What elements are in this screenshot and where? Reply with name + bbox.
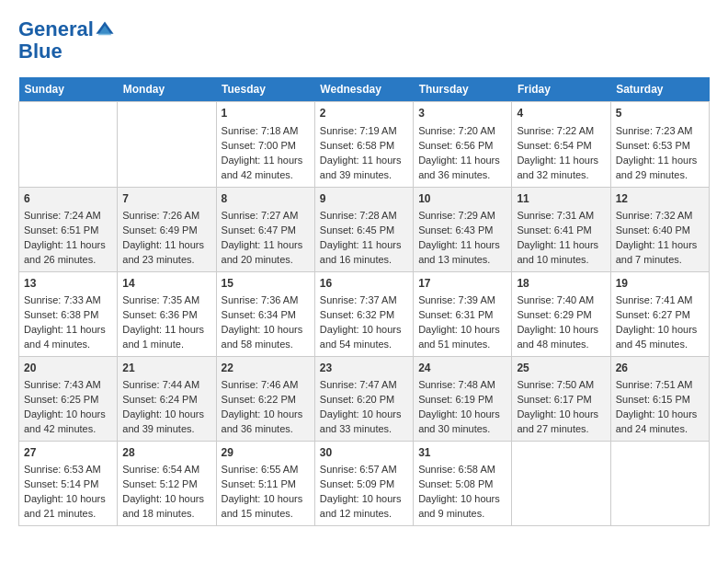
- cell-content: Daylight: 10 hours and 39 minutes.: [122, 408, 210, 437]
- cell-content: Sunset: 6:29 PM: [517, 308, 605, 323]
- cell-content: Sunset: 6:40 PM: [616, 224, 704, 238]
- cell-content: Sunrise: 7:43 AM: [24, 378, 112, 393]
- cell-content: Daylight: 11 hours and 26 minutes.: [24, 238, 112, 268]
- calendar-cell: 4Sunrise: 7:22 AMSunset: 6:54 PMDaylight…: [512, 102, 610, 187]
- cell-content: Sunset: 6:45 PM: [320, 224, 408, 238]
- day-number: 24: [418, 361, 506, 376]
- cell-content: Sunset: 6:56 PM: [418, 139, 506, 154]
- day-number: 4: [517, 106, 605, 121]
- day-of-week-wednesday: Wednesday: [314, 77, 413, 102]
- calendar-cell: 11Sunrise: 7:31 AMSunset: 6:41 PMDayligh…: [512, 187, 610, 271]
- cell-content: Sunrise: 7:18 AM: [222, 124, 310, 139]
- cell-content: Sunset: 5:14 PM: [24, 477, 112, 492]
- cell-content: Sunset: 6:54 PM: [517, 139, 605, 154]
- cell-content: Daylight: 11 hours and 36 minutes.: [418, 154, 506, 183]
- cell-content: Sunrise: 7:44 AM: [122, 378, 210, 393]
- cell-content: Sunrise: 7:28 AM: [320, 209, 408, 224]
- cell-content: Sunset: 5:08 PM: [418, 477, 506, 492]
- cell-content: Daylight: 10 hours and 36 minutes.: [222, 408, 310, 437]
- cell-content: Sunrise: 7:50 AM: [517, 378, 605, 393]
- cell-content: Daylight: 10 hours and 9 minutes.: [418, 492, 506, 522]
- day-number: 17: [418, 276, 506, 292]
- cell-content: Daylight: 10 hours and 33 minutes.: [320, 408, 408, 437]
- calendar-cell: 12Sunrise: 7:32 AMSunset: 6:40 PMDayligh…: [610, 187, 709, 271]
- cell-content: Sunrise: 7:37 AM: [320, 293, 408, 308]
- day-of-week-friday: Friday: [512, 77, 610, 102]
- cell-content: Daylight: 11 hours and 39 minutes.: [320, 154, 408, 183]
- calendar-cell: 20Sunrise: 7:43 AMSunset: 6:25 PMDayligh…: [19, 356, 118, 441]
- cell-content: Daylight: 10 hours and 27 minutes.: [517, 408, 605, 437]
- cell-content: Daylight: 10 hours and 15 minutes.: [222, 492, 310, 522]
- cell-content: Daylight: 11 hours and 32 minutes.: [517, 154, 605, 183]
- day-number: 23: [320, 361, 408, 376]
- day-number: 29: [222, 445, 310, 461]
- day-number: 15: [222, 276, 310, 292]
- cell-content: Daylight: 11 hours and 13 minutes.: [418, 238, 506, 268]
- cell-content: Sunset: 5:09 PM: [320, 477, 408, 492]
- day-number: 10: [418, 191, 506, 207]
- day-number: 28: [122, 445, 210, 461]
- day-number: 9: [320, 191, 408, 207]
- cell-content: Sunrise: 6:54 AM: [122, 463, 210, 477]
- cell-content: Sunrise: 7:47 AM: [320, 378, 408, 393]
- calendar-table: SundayMondayTuesdayWednesdayThursdayFrid…: [18, 77, 710, 526]
- day-of-week-thursday: Thursday: [414, 77, 512, 102]
- cell-content: Sunset: 6:32 PM: [320, 308, 408, 323]
- cell-content: Sunrise: 7:31 AM: [517, 209, 605, 224]
- cell-content: Sunrise: 7:39 AM: [418, 293, 506, 308]
- calendar-cell: 29Sunrise: 6:55 AMSunset: 5:11 PMDayligh…: [216, 441, 314, 525]
- cell-content: Sunset: 6:31 PM: [418, 308, 506, 323]
- cell-content: Sunset: 6:58 PM: [320, 139, 408, 154]
- cell-content: Sunrise: 7:27 AM: [222, 209, 310, 224]
- cell-content: Sunset: 7:00 PM: [222, 139, 310, 154]
- day-number: 18: [517, 276, 605, 292]
- cell-content: Sunrise: 6:57 AM: [320, 463, 408, 477]
- cell-content: Daylight: 10 hours and 51 minutes.: [418, 323, 506, 352]
- cell-content: Sunset: 6:49 PM: [122, 224, 210, 238]
- cell-content: Sunset: 6:17 PM: [517, 393, 605, 408]
- day-number: 30: [320, 445, 408, 461]
- day-number: 1: [222, 106, 310, 121]
- cell-content: Sunset: 6:24 PM: [122, 393, 210, 408]
- cell-content: Daylight: 11 hours and 23 minutes.: [122, 238, 210, 268]
- cell-content: Daylight: 10 hours and 58 minutes.: [222, 323, 310, 352]
- cell-content: Sunrise: 7:22 AM: [517, 124, 605, 139]
- calendar-cell: 16Sunrise: 7:37 AMSunset: 6:32 PMDayligh…: [314, 271, 413, 356]
- cell-content: Sunset: 6:53 PM: [616, 139, 704, 154]
- calendar-cell: 14Sunrise: 7:35 AMSunset: 6:36 PMDayligh…: [118, 271, 216, 356]
- cell-content: Sunrise: 6:55 AM: [222, 463, 310, 477]
- calendar-cell: 25Sunrise: 7:50 AMSunset: 6:17 PMDayligh…: [512, 356, 610, 441]
- cell-content: Sunset: 6:43 PM: [418, 224, 506, 238]
- cell-content: Sunset: 6:38 PM: [24, 308, 112, 323]
- day-of-week-sunday: Sunday: [19, 77, 118, 102]
- calendar-cell: 2Sunrise: 7:19 AMSunset: 6:58 PMDaylight…: [314, 102, 413, 187]
- cell-content: Daylight: 10 hours and 21 minutes.: [24, 492, 112, 522]
- cell-content: Sunset: 6:47 PM: [222, 224, 310, 238]
- cell-content: Sunset: 5:12 PM: [122, 477, 210, 492]
- calendar-cell: [118, 102, 216, 187]
- cell-content: Sunset: 5:11 PM: [222, 477, 310, 492]
- day-number: 3: [418, 106, 506, 121]
- cell-content: Daylight: 11 hours and 20 minutes.: [222, 238, 310, 268]
- calendar-cell: 19Sunrise: 7:41 AMSunset: 6:27 PMDayligh…: [610, 271, 709, 356]
- calendar-cell: 27Sunrise: 6:53 AMSunset: 5:14 PMDayligh…: [19, 441, 118, 525]
- cell-content: Daylight: 11 hours and 16 minutes.: [320, 238, 408, 268]
- calendar-cell: 13Sunrise: 7:33 AMSunset: 6:38 PMDayligh…: [19, 271, 118, 356]
- cell-content: Daylight: 10 hours and 42 minutes.: [24, 408, 112, 437]
- cell-content: Sunrise: 7:23 AM: [616, 124, 704, 139]
- cell-content: Sunrise: 7:51 AM: [616, 378, 704, 393]
- calendar-cell: 7Sunrise: 7:26 AMSunset: 6:49 PMDaylight…: [118, 187, 216, 271]
- day-number: 6: [24, 191, 112, 207]
- calendar-cell: 23Sunrise: 7:47 AMSunset: 6:20 PMDayligh…: [314, 356, 413, 441]
- cell-content: Daylight: 10 hours and 48 minutes.: [517, 323, 605, 352]
- day-number: 5: [616, 106, 704, 121]
- cell-content: Daylight: 10 hours and 18 minutes.: [122, 492, 210, 522]
- calendar-cell: 15Sunrise: 7:36 AMSunset: 6:34 PMDayligh…: [216, 271, 314, 356]
- cell-content: Sunrise: 7:20 AM: [418, 124, 506, 139]
- cell-content: Daylight: 10 hours and 45 minutes.: [616, 323, 704, 352]
- cell-content: Sunset: 6:36 PM: [122, 308, 210, 323]
- calendar-cell: 6Sunrise: 7:24 AMSunset: 6:51 PMDaylight…: [19, 187, 118, 271]
- day-number: 22: [222, 361, 310, 376]
- page-header: General Blue: [18, 18, 710, 63]
- cell-content: Sunrise: 7:40 AM: [517, 293, 605, 308]
